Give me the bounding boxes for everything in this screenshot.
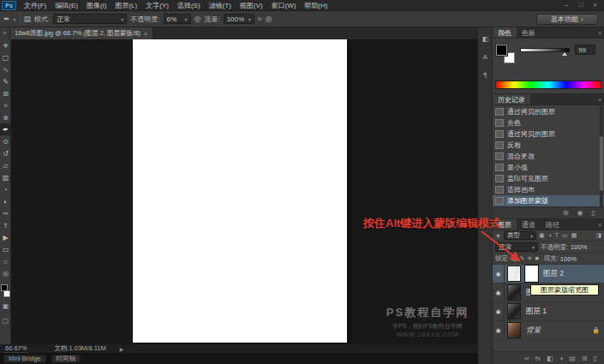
lock-all-icon[interactable]: ■ [535, 255, 538, 262]
scrollbar[interactable] [600, 106, 603, 206]
document-tab[interactable]: 16w8原图.jpg @ 66.7% (图层 2, 图层蒙版/8) × [10, 27, 153, 39]
layer-thumbnail[interactable] [507, 322, 521, 338]
close-button[interactable]: × [593, 0, 597, 10]
menu-item[interactable]: 文字(Y) [141, 0, 173, 11]
filter-shape-layers-icon[interactable]: ▭ [562, 232, 568, 239]
layer-mask-thumbnail[interactable] [525, 266, 538, 282]
menu-item[interactable]: 编辑(E) [51, 0, 82, 11]
marquee-tool[interactable]: ▢ [0, 51, 11, 63]
scrollbar-thumb[interactable] [600, 136, 603, 191]
filter-kind-select[interactable]: 类型 ▾ [504, 231, 536, 240]
brush-preset-arrow-icon[interactable]: ▾ [14, 16, 16, 22]
foreground-color-swatch[interactable] [496, 45, 507, 56]
panel-menu-icon[interactable]: ≡ [598, 27, 604, 38]
document-page[interactable] [133, 39, 347, 343]
brush-tool[interactable]: ✒ [0, 123, 11, 135]
history-state-row[interactable]: 去色 [493, 117, 604, 128]
character-panel-icon[interactable]: A [478, 50, 493, 63]
flow-select[interactable]: 100% ▾ [224, 14, 254, 24]
lock-position-icon[interactable]: ✛ [528, 255, 533, 262]
layer-row-layer2[interactable]: ◉ 图层 2 [493, 265, 604, 283]
lock-transparent-icon[interactable]: ▨ [511, 255, 517, 262]
move-tool[interactable]: ✛ [0, 39, 11, 51]
layer-thumbnail[interactable] [507, 284, 521, 301]
layer-group-icon[interactable]: ▤ [569, 355, 576, 362]
screen-mode-button[interactable]: ▢ [0, 315, 11, 326]
menu-item[interactable]: 选择(S) [173, 0, 205, 11]
blend-mode-select[interactable]: 正常 ▾ [53, 14, 127, 24]
opacity-select[interactable]: 6% ▾ [164, 14, 191, 24]
layer-name[interactable]: 图层 1 [526, 307, 547, 317]
slider-value-field[interactable]: 99 [575, 45, 595, 55]
eyedropper-tool[interactable]: ✧ [0, 99, 11, 111]
maximize-button[interactable]: □ [578, 0, 583, 10]
menu-item[interactable]: 帮助(H) [300, 0, 332, 11]
adjustment-layer-icon[interactable]: ◑ [559, 355, 563, 362]
history-state-row[interactable]: 添加图层蒙版 [493, 195, 604, 206]
clone-stamp-tool[interactable]: ⊙ [0, 135, 11, 147]
history-state-row[interactable]: 混合更改 [493, 151, 604, 162]
menu-item[interactable]: 窗口(W) [266, 0, 300, 11]
visibility-eye-icon[interactable]: ◉ [493, 302, 505, 321]
filter-type-layers-icon[interactable]: T [555, 232, 559, 239]
history-state-row[interactable]: 选择画布 [493, 184, 604, 195]
zoom-level-field[interactable]: 66.67% [3, 344, 28, 353]
quick-select-tool[interactable]: ✎ [0, 75, 11, 87]
new-snapshot-icon[interactable]: ◉ [577, 209, 583, 217]
menu-item[interactable]: 图层(L) [111, 0, 141, 11]
paragraph-panel-icon[interactable]: ¶ [478, 68, 493, 81]
brush-preset-icon[interactable]: ✒ [3, 14, 10, 24]
history-state-row[interactable]: 最小值 [493, 162, 604, 173]
toolbar-collapse-button[interactable]: » [0, 27, 10, 39]
layer-row-background[interactable]: ◉ 背景 🔒 [493, 321, 604, 340]
filter-smart-object-icon[interactable]: ▦ [571, 232, 577, 239]
layer-style-icon[interactable]: fx [535, 355, 541, 362]
filter-adjustment-layers-icon[interactable]: ◑ [548, 232, 552, 239]
filter-pixel-layers-icon[interactable]: ▣ [539, 232, 545, 239]
menu-item[interactable]: 文件(F) [20, 0, 51, 11]
quick-mask-button[interactable]: ▣ [0, 301, 11, 312]
pen-tool[interactable]: ✑ [0, 207, 11, 219]
layer-blend-mode-select[interactable]: 正常 ▾ [495, 242, 538, 252]
new-layer-icon[interactable]: ⊞ [582, 355, 588, 362]
healing-brush-tool[interactable]: ⊕ [0, 111, 11, 123]
menu-item[interactable]: 滤镜(T) [205, 0, 236, 11]
slider-handle-icon[interactable] [562, 52, 567, 56]
history-state-row[interactable]: 通过拷贝的图层 [493, 106, 604, 117]
adjustments-panel-icon[interactable]: ◧ [478, 32, 493, 45]
close-tab-icon[interactable]: × [144, 30, 148, 38]
layer-name[interactable]: 背景 [526, 325, 541, 336]
filter-toggle-icon[interactable]: ◨ [595, 232, 601, 239]
lock-pixels-icon[interactable]: ✎ [520, 255, 525, 262]
workspace-switcher-button[interactable]: 基本功能 ▾ [536, 14, 598, 25]
gradient-tool[interactable]: ▥ [0, 171, 11, 183]
zoom-tool[interactable]: ◎ [0, 267, 11, 279]
color-spectrum-ramp[interactable] [495, 81, 601, 89]
minimize-button[interactable]: – [565, 0, 568, 10]
color-panel-tab[interactable]: 颜色 [493, 27, 517, 38]
background-color-swatch[interactable] [3, 290, 10, 297]
color-panel-tab[interactable]: 色板 [517, 27, 541, 38]
filter-funnel-icon[interactable]: ▼ [495, 233, 501, 239]
history-panel-tab[interactable]: 历史记录 [493, 94, 530, 104]
layers-panel-tab[interactable]: 路径 [541, 219, 565, 230]
path-select-tool[interactable]: ▶ [0, 231, 11, 243]
visibility-eye-icon[interactable]: ◉ [493, 321, 505, 340]
visibility-eye-icon[interactable]: ◉ [493, 265, 505, 283]
fill-value[interactable]: 100% [560, 255, 577, 263]
canvas-area[interactable]: PS教程自学网 学PS，就到PS教程自学网 WWW.16XX8.COM [11, 39, 478, 344]
history-brush-tool[interactable]: ↺ [0, 147, 11, 159]
toggle-brush-panel-icon[interactable]: ▤ [24, 14, 32, 24]
airbrush-icon[interactable]: ≈ [258, 14, 262, 24]
type-tool[interactable]: T [0, 219, 11, 231]
history-state-row[interactable]: 反相 [493, 140, 604, 151]
blur-tool[interactable]: ◔ [0, 183, 11, 195]
delete-layer-icon[interactable]: ▯ [594, 355, 597, 362]
dodge-tool[interactable]: ◐ [0, 195, 11, 207]
shape-tool[interactable]: ▭ [0, 243, 11, 255]
gray-slider[interactable] [520, 48, 570, 52]
panel-menu-icon[interactable]: ≡ [598, 94, 604, 104]
menu-item[interactable]: 图像(I) [82, 0, 111, 11]
menu-item[interactable]: 视图(V) [236, 0, 267, 11]
history-state-row[interactable]: 通过拷贝的图层 [493, 128, 604, 140]
